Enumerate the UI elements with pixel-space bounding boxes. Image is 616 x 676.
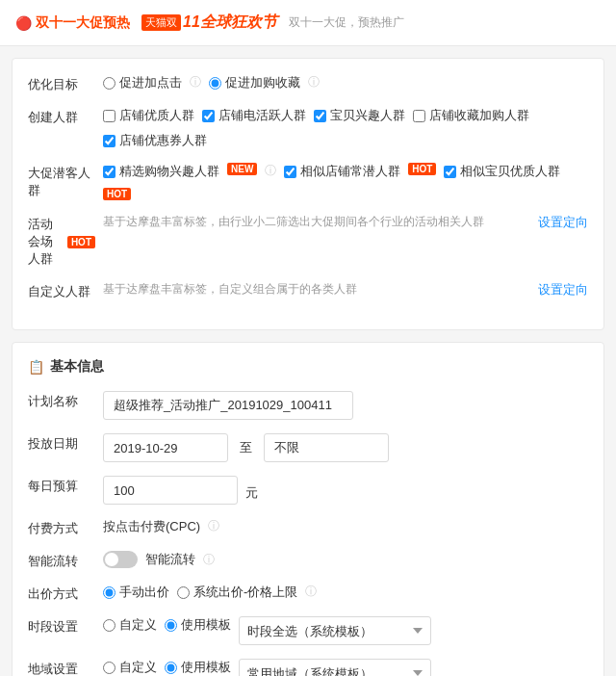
breadcrumb: 双十一大促，预热推广 bbox=[289, 14, 404, 31]
region-template-select[interactable]: 常用地域（系统模板） bbox=[239, 659, 431, 676]
custom-crowd-link[interactable]: 设置定向 bbox=[538, 281, 588, 299]
payment-row: 付费方式 按点击付费(CPC) ⓘ bbox=[28, 518, 588, 537]
bid-system[interactable]: 系统出价-价格上限 bbox=[177, 584, 297, 601]
optimization-options: 促进加点击 ⓘ 促进加购收藏 ⓘ bbox=[103, 74, 588, 91]
crowd-store-coupon[interactable]: 店铺优惠券人群 bbox=[103, 132, 207, 149]
badge-hot-2: HOT bbox=[103, 188, 131, 200]
time-setting-content: 自定义 使用模板 时段全选（系统模板） bbox=[103, 616, 588, 645]
custom-crowd-label: 自定义人群 bbox=[28, 281, 95, 300]
page-header: 🔴 双十一大促预热 天猫双 11全球狂欢节 双十一大促，预热推广 bbox=[0, 0, 616, 46]
crowd-c6-check[interactable] bbox=[103, 166, 116, 178]
crowd-c8-check[interactable] bbox=[444, 166, 456, 178]
crowd-c2-check[interactable] bbox=[202, 110, 215, 122]
crowd-c6-label: 精选购物兴趣人群 bbox=[119, 163, 219, 180]
opt-purchase-info-icon[interactable]: ⓘ bbox=[308, 74, 320, 91]
date-start-input[interactable] bbox=[103, 433, 228, 462]
logo-text: 双十一大促预热 bbox=[36, 14, 130, 32]
crowd-store-fav[interactable]: 店铺收藏加购人群 bbox=[413, 107, 529, 124]
region-custom[interactable]: 自定义 bbox=[103, 659, 157, 676]
optimization-label: 优化目标 bbox=[28, 74, 95, 93]
date-row: 投放日期 至 bbox=[28, 433, 588, 462]
header-logo: 🔴 双十一大促预热 bbox=[15, 14, 130, 32]
time-template-select[interactable]: 时段全选（系统模板） bbox=[239, 616, 431, 645]
time-template-label: 使用模板 bbox=[181, 616, 231, 634]
activity-crowd-label: 活动会场人群 bbox=[28, 216, 64, 268]
bid-mode-row: 出价方式 手动出价 系统出价-价格上限 ⓘ bbox=[28, 584, 588, 603]
crowd-c7-label: 相似店铺常潜人群 bbox=[300, 163, 400, 180]
budget-label: 每日预算 bbox=[28, 476, 95, 495]
time-custom-radio[interactable] bbox=[103, 619, 116, 632]
crowd-selected-interest[interactable]: 精选购物兴趣人群 bbox=[103, 163, 219, 180]
crowd-c3-label: 宝贝兴趣人群 bbox=[330, 107, 405, 124]
crowd-item-interest[interactable]: 宝贝兴趣人群 bbox=[314, 107, 405, 124]
opt-purchase[interactable]: 促进加购收藏 bbox=[209, 74, 300, 91]
bid-info-icon[interactable]: ⓘ bbox=[305, 584, 317, 600]
opt-click-label: 促进加点击 bbox=[119, 74, 182, 91]
plan-name-input[interactable] bbox=[103, 391, 353, 420]
logo-icon: 🔴 bbox=[15, 15, 32, 31]
crowd-c7-check[interactable] bbox=[284, 166, 296, 178]
crowd-c8-label: 相似宝贝优质人群 bbox=[460, 163, 560, 180]
bid-mode-label: 出价方式 bbox=[28, 584, 95, 603]
basic-info-header: 📋 基本信息 bbox=[28, 358, 588, 376]
crowd-c5-check[interactable] bbox=[103, 135, 116, 147]
date-range: 至 bbox=[103, 433, 389, 462]
crowd-similar-item[interactable]: 相似宝贝优质人群 bbox=[444, 163, 560, 180]
crowd-c1-label: 店铺优质人群 bbox=[119, 107, 194, 124]
crowd-c4-label: 店铺收藏加购人群 bbox=[429, 107, 529, 124]
crowd-row-1: 创建人群 店铺优质人群 店铺电活跃人群 宝贝兴趣人群 店铺收藏加购人群 bbox=[28, 107, 588, 149]
region-setting-content: 自定义 使用模板 常用地域（系统模板） bbox=[103, 659, 588, 676]
c6-info-icon[interactable]: ⓘ bbox=[265, 163, 276, 179]
crowd-store-active[interactable]: 店铺电活跃人群 bbox=[202, 107, 306, 124]
crowd-promo-label: 大促潜客人群 bbox=[28, 163, 95, 199]
time-custom[interactable]: 自定义 bbox=[103, 616, 157, 634]
payment-label: 付费方式 bbox=[28, 518, 95, 537]
basic-info-card: 📋 基本信息 计划名称 投放日期 至 每日预算 bbox=[12, 342, 604, 676]
bid-system-radio[interactable] bbox=[177, 586, 190, 599]
date-separator: 至 bbox=[236, 439, 256, 456]
smart-flow-content: 智能流转 ⓘ bbox=[103, 551, 588, 568]
opt-click[interactable]: 促进加点击 bbox=[103, 74, 182, 91]
smart-flow-toggle[interactable] bbox=[103, 551, 138, 568]
smart-flow-label: 智能流转 bbox=[28, 551, 95, 570]
bid-manual-radio[interactable] bbox=[103, 586, 116, 599]
bid-manual[interactable]: 手动出价 bbox=[103, 584, 169, 601]
budget-content: 元 bbox=[103, 476, 588, 505]
date-end-input[interactable] bbox=[264, 433, 389, 462]
payment-info-icon[interactable]: ⓘ bbox=[208, 518, 219, 534]
activity-crowd-desc: 基于达摩盘丰富标签，由行业小二筛选出大促期间各个行业的活动相关人群 bbox=[103, 214, 530, 230]
date-label: 投放日期 bbox=[28, 433, 95, 453]
activity-crowd-link[interactable]: 设置定向 bbox=[538, 214, 588, 231]
plan-name-row: 计划名称 bbox=[28, 391, 588, 420]
custom-crowd-content: 基于达摩盘丰富标签，自定义组合属于的各类人群 设置定向 bbox=[103, 281, 588, 299]
budget-row: 每日预算 元 bbox=[28, 476, 588, 505]
crowd-similar-store[interactable]: 相似店铺常潜人群 bbox=[284, 163, 400, 180]
badge-hot-3: HOT bbox=[67, 236, 95, 248]
smart-flow-info-icon[interactable]: ⓘ bbox=[203, 552, 215, 568]
date-content: 至 bbox=[103, 433, 588, 462]
region-custom-radio[interactable] bbox=[103, 662, 116, 674]
crowd-label: 创建人群 bbox=[28, 107, 95, 126]
opt-click-radio[interactable] bbox=[103, 77, 116, 90]
crowd-c3-check[interactable] bbox=[314, 110, 326, 122]
region-template-radio[interactable] bbox=[165, 662, 177, 674]
region-setting-label: 地域设置 bbox=[28, 659, 95, 676]
budget-input[interactable] bbox=[103, 476, 238, 505]
crowd-store-quality[interactable]: 店铺优质人群 bbox=[103, 107, 194, 124]
region-template[interactable]: 使用模板 bbox=[165, 659, 231, 676]
activity-crowd-content: 基于达摩盘丰富标签，由行业小二筛选出大促期间各个行业的活动相关人群 设置定向 bbox=[103, 214, 588, 231]
basic-info-title: 基本信息 bbox=[50, 358, 104, 376]
crowd-c5-label: 店铺优惠券人群 bbox=[119, 132, 207, 149]
smart-flow-row: 智能流转 智能流转 ⓘ bbox=[28, 551, 588, 570]
plan-name-content bbox=[103, 391, 588, 420]
time-template[interactable]: 使用模板 bbox=[165, 616, 231, 634]
region-custom-label: 自定义 bbox=[119, 659, 157, 676]
opt-purchase-radio[interactable] bbox=[209, 77, 221, 90]
crowd-c1-check[interactable] bbox=[103, 110, 116, 122]
time-template-radio[interactable] bbox=[165, 619, 177, 632]
opt-click-info-icon[interactable]: ⓘ bbox=[190, 74, 201, 91]
tmall-label: 天猫双 bbox=[141, 14, 181, 31]
basic-info-icon: 📋 bbox=[28, 359, 44, 375]
crowd-c4-check[interactable] bbox=[413, 110, 425, 122]
custom-crowd-desc: 基于达摩盘丰富标签，自定义组合属于的各类人群 bbox=[103, 281, 530, 298]
